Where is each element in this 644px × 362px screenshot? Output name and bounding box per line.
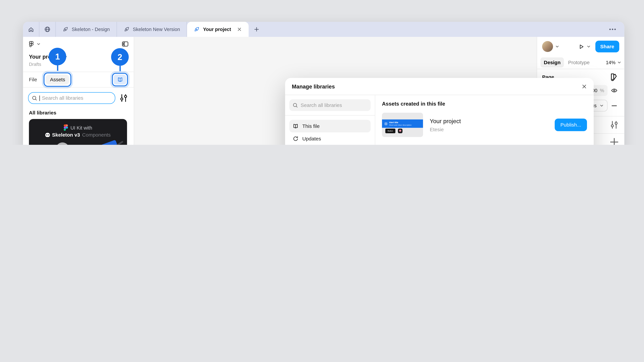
tab-your-project[interactable]: Your project (187, 22, 249, 37)
skull-icon (45, 133, 50, 137)
modal-close-button[interactable] (582, 84, 587, 89)
manage-libraries-button[interactable] (114, 75, 126, 85)
figma-file-icon (62, 26, 68, 32)
modal-title: Manage libraries (292, 83, 335, 89)
chevron-down-icon[interactable] (556, 45, 559, 48)
modal-search-placeholder: Search all libraries (301, 102, 342, 108)
panel-tabs-row: File 1 Assets 2 (23, 72, 134, 88)
alert-icon (384, 122, 388, 125)
main-area: Your project Drafts File 1 Assets (23, 37, 624, 145)
nav-this-file[interactable]: This file (289, 120, 371, 132)
present-icon[interactable] (578, 43, 584, 50)
community-button[interactable] (40, 22, 55, 37)
search-input[interactable]: Search all libraries (28, 92, 116, 104)
canvas[interactable]: Manage libraries Search all libraries (134, 37, 537, 145)
divider (285, 115, 375, 116)
figma-app-window: Skeleton - Design Skeleton New Version Y… (23, 22, 624, 145)
left-sidebar: Your project Drafts File 1 Assets (23, 37, 134, 145)
tab-skeleton-new-version[interactable]: Skeleton New Version (117, 22, 187, 37)
figma-logo-mini-icon (64, 124, 68, 131)
refresh-icon (293, 136, 298, 142)
close-icon (237, 27, 242, 32)
plus-icon (254, 26, 260, 32)
button-component: Button (94, 140, 119, 145)
tab-label: Your project (203, 27, 231, 32)
library-search-row: Search all libraries (23, 88, 134, 107)
annotation-1-target: 1 Assets (44, 72, 72, 87)
library-card-skeleton-new-version[interactable]: UI Kit with Skeleton v3Components Button… (29, 119, 128, 145)
modal-search-input[interactable]: Search all libraries (289, 99, 371, 111)
all-libraries-heading: All libraries (23, 107, 134, 119)
book-icon (117, 77, 123, 83)
toggle-sidebar-icon[interactable] (122, 41, 129, 47)
figma-file-icon (194, 26, 200, 32)
book-icon (293, 123, 298, 129)
library-cards: UI Kit with Skeleton v3Components Button… (23, 119, 134, 145)
tabbar-spacer (265, 22, 601, 37)
tab-skeleton-design[interactable]: Skeleton - Design (56, 22, 116, 37)
globe-icon (44, 26, 51, 33)
more-icon (609, 28, 616, 30)
tab-file[interactable]: File (29, 77, 37, 83)
remove-theme-button[interactable] (609, 100, 619, 111)
visibility-toggle[interactable] (609, 85, 619, 95)
assets-heading: Assets created in this file (382, 101, 587, 107)
modal-content: Assets created in this file Alert title … (375, 95, 594, 145)
library-cover: UI Kit with Skeleton v3Components Button (29, 119, 127, 145)
search-icon (293, 102, 298, 108)
file-owner: Etesie (430, 126, 461, 132)
nav-updates[interactable]: Updates (289, 132, 371, 145)
opacity-unit: % (600, 88, 604, 93)
mode-tabs-row: Design Prototype 14% (537, 56, 624, 69)
toolbar-row: Share (537, 37, 624, 56)
annotation-2-target: 2 (112, 73, 128, 86)
figma-logo-icon[interactable] (28, 41, 35, 47)
avatar-component (398, 129, 403, 133)
file-name: Your project (430, 117, 461, 124)
tab-label: Skeleton - Design (72, 27, 110, 32)
chevron-down-icon[interactable] (37, 43, 40, 45)
search-icon (32, 95, 38, 101)
tab-design[interactable]: Design (540, 57, 564, 67)
styles-icon[interactable] (609, 72, 619, 82)
chevron-down-icon[interactable] (587, 45, 590, 48)
annotation-2: 2 (111, 48, 129, 71)
home-icon (28, 26, 34, 33)
search-placeholder: Search all libraries (42, 95, 83, 101)
zoom-control[interactable]: 14% (606, 60, 621, 65)
modal-header: Manage libraries (285, 78, 594, 95)
text-caret (40, 95, 40, 101)
tab-bar: Skeleton - Design Skeleton New Version Y… (23, 22, 624, 37)
close-tab-button[interactable] (237, 27, 242, 32)
chevron-down-icon (618, 61, 621, 64)
publish-button[interactable]: Publish... (554, 119, 587, 131)
file-thumbnail: Alert title Short and clear description … (382, 113, 423, 137)
annotation-2-stem (119, 66, 120, 71)
tab-assets[interactable]: Assets (46, 75, 69, 85)
annotation-2-ring (112, 73, 128, 86)
desktop: Skeleton - Design Skeleton New Version Y… (0, 0, 644, 145)
tab-prototype[interactable]: Prototype (568, 59, 590, 65)
minus-icon (611, 105, 617, 106)
filter-icon[interactable] (119, 93, 129, 103)
annotation-2-badge: 2 (111, 48, 129, 66)
button-component: Button (386, 129, 396, 133)
share-button[interactable]: Share (595, 41, 619, 52)
file-asset-row: Alert title Short and clear description … (382, 113, 587, 137)
sliders-icon[interactable] (609, 120, 619, 130)
zoom-level: 14% (606, 60, 616, 65)
close-icon (582, 84, 587, 89)
eye-icon (611, 88, 618, 93)
annotation-1-stem (57, 65, 58, 71)
avatar-component (54, 141, 71, 145)
modal-nav: Search all libraries This file Updates (285, 95, 375, 145)
annotation-1-ring: Assets (44, 72, 72, 87)
avatar[interactable] (542, 41, 553, 52)
annotation-1-badge: 1 (49, 48, 66, 65)
window-menu-button[interactable] (601, 22, 624, 37)
manage-libraries-modal: Manage libraries Search all libraries (285, 78, 594, 145)
plus-icon[interactable] (609, 137, 619, 145)
chevron-down-icon (600, 104, 604, 107)
new-tab-button[interactable] (249, 22, 265, 37)
home-button[interactable] (23, 22, 39, 37)
